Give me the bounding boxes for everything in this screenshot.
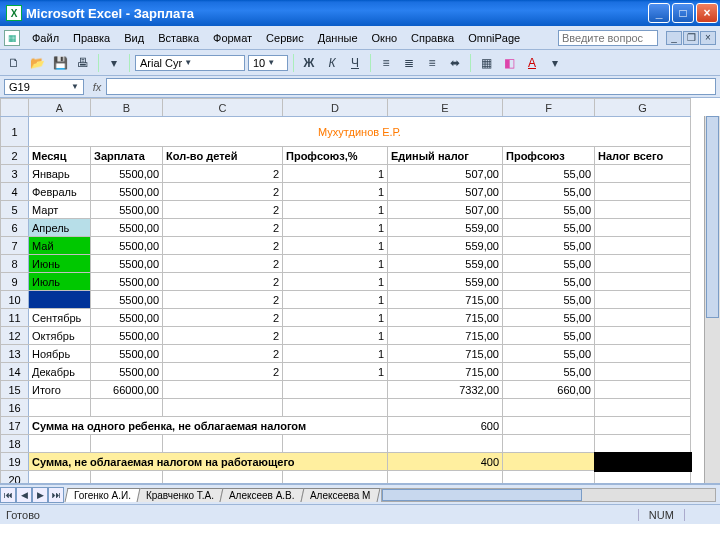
vertical-scrollbar[interactable] <box>704 116 720 483</box>
sheet-tab[interactable]: Кравченко Т.А. <box>137 488 224 502</box>
cell[interactable] <box>283 435 388 453</box>
cell[interactable]: 55,00 <box>503 255 595 273</box>
cell[interactable] <box>29 291 91 309</box>
cell[interactable] <box>503 417 595 435</box>
cell[interactable]: Июль <box>29 273 91 291</box>
cell[interactable] <box>595 363 691 381</box>
menu-file[interactable]: Файл <box>26 30 65 46</box>
cell[interactable]: 2 <box>163 327 283 345</box>
cell[interactable] <box>29 471 91 485</box>
cell[interactable]: 5500,00 <box>91 291 163 309</box>
row-header[interactable]: 8 <box>1 255 29 273</box>
row-header[interactable]: 17 <box>1 417 29 435</box>
fx-button[interactable]: fx <box>88 81 106 93</box>
cell[interactable]: 5500,00 <box>91 201 163 219</box>
row-header[interactable]: 20 <box>1 471 29 485</box>
column-header[interactable]: A <box>29 99 91 117</box>
cell[interactable]: 1 <box>283 165 388 183</box>
cell[interactable] <box>595 291 691 309</box>
cell[interactable] <box>163 399 283 417</box>
cell[interactable]: 5500,00 <box>91 255 163 273</box>
cell[interactable]: 5500,00 <box>91 363 163 381</box>
cell[interactable]: 715,00 <box>388 291 503 309</box>
cell[interactable]: 5500,00 <box>91 237 163 255</box>
bold-button[interactable]: Ж <box>299 53 319 73</box>
menu-view[interactable]: Вид <box>118 30 150 46</box>
cell[interactable] <box>503 399 595 417</box>
row-header[interactable]: 4 <box>1 183 29 201</box>
cell[interactable] <box>29 399 91 417</box>
menu-data[interactable]: Данные <box>312 30 364 46</box>
cell[interactable]: 55,00 <box>503 291 595 309</box>
sheet-tab[interactable]: Гогенко А.И. <box>65 488 141 502</box>
cell[interactable]: 1 <box>283 273 388 291</box>
row-header[interactable]: 7 <box>1 237 29 255</box>
cell[interactable]: 2 <box>163 309 283 327</box>
cell[interactable]: Январь <box>29 165 91 183</box>
cell[interactable]: 5500,00 <box>91 273 163 291</box>
menu-help[interactable]: Справка <box>405 30 460 46</box>
row-header[interactable]: 3 <box>1 165 29 183</box>
toolbar-options-icon[interactable]: ▾ <box>104 53 124 73</box>
fill-color-icon[interactable]: ◧ <box>499 53 519 73</box>
cell[interactable] <box>595 435 691 453</box>
column-header[interactable]: D <box>283 99 388 117</box>
cell[interactable]: 507,00 <box>388 183 503 201</box>
cell[interactable]: 2 <box>163 291 283 309</box>
cell[interactable] <box>595 381 691 399</box>
cell[interactable]: Сумма на одного ребенка, не облагаемая н… <box>29 417 388 435</box>
column-header[interactable]: G <box>595 99 691 117</box>
sheet-tab[interactable]: Алексеев А.В. <box>220 488 305 502</box>
cell[interactable]: 55,00 <box>503 309 595 327</box>
cell[interactable] <box>595 201 691 219</box>
cell[interactable]: 1 <box>283 255 388 273</box>
cell[interactable]: Февраль <box>29 183 91 201</box>
cell[interactable]: 2 <box>163 345 283 363</box>
menu-edit[interactable]: Правка <box>67 30 116 46</box>
row-header[interactable]: 18 <box>1 435 29 453</box>
cell[interactable]: Апрель <box>29 219 91 237</box>
cell[interactable]: 2 <box>163 219 283 237</box>
cell[interactable]: 5500,00 <box>91 345 163 363</box>
cell[interactable]: 1 <box>283 291 388 309</box>
cell[interactable]: Октябрь <box>29 327 91 345</box>
cell[interactable] <box>283 471 388 485</box>
header-cell[interactable]: Кол-во детей <box>163 147 283 165</box>
doc-minimize-button[interactable]: _ <box>666 31 682 45</box>
cell[interactable] <box>29 435 91 453</box>
row-header[interactable]: 9 <box>1 273 29 291</box>
cell[interactable]: 559,00 <box>388 219 503 237</box>
scrollbar-thumb[interactable] <box>382 489 582 501</box>
toolbar-options-icon[interactable]: ▾ <box>545 53 565 73</box>
cell[interactable]: 5500,00 <box>91 219 163 237</box>
header-cell[interactable]: Налог всего <box>595 147 691 165</box>
cell[interactable]: 715,00 <box>388 309 503 327</box>
cell[interactable]: 55,00 <box>503 363 595 381</box>
minimize-button[interactable]: _ <box>648 3 670 23</box>
cell[interactable]: 2 <box>163 273 283 291</box>
cell[interactable]: 400 <box>388 453 503 471</box>
cell[interactable]: 2 <box>163 183 283 201</box>
borders-icon[interactable]: ▦ <box>476 53 496 73</box>
cell[interactable]: Март <box>29 201 91 219</box>
cell[interactable] <box>388 399 503 417</box>
column-header[interactable]: F <box>503 99 595 117</box>
cell[interactable]: 2 <box>163 363 283 381</box>
column-header[interactable]: E <box>388 99 503 117</box>
maximize-button[interactable]: □ <box>672 3 694 23</box>
cell[interactable]: 715,00 <box>388 345 503 363</box>
doc-close-button[interactable]: × <box>700 31 716 45</box>
menu-window[interactable]: Окно <box>366 30 404 46</box>
cell[interactable]: Декабрь <box>29 363 91 381</box>
ask-input[interactable] <box>558 30 658 46</box>
name-box[interactable]: G19 ▼ <box>4 79 84 95</box>
cell[interactable] <box>388 435 503 453</box>
doc-restore-button[interactable]: ❐ <box>683 31 699 45</box>
row-header[interactable]: 1 <box>1 117 29 147</box>
close-button[interactable]: × <box>696 3 718 23</box>
menu-omnipage[interactable]: OmniPage <box>462 30 526 46</box>
row-header[interactable]: 2 <box>1 147 29 165</box>
cell[interactable]: 715,00 <box>388 327 503 345</box>
sheet-nav-prev[interactable]: ◀ <box>16 487 32 503</box>
cell[interactable] <box>91 471 163 485</box>
